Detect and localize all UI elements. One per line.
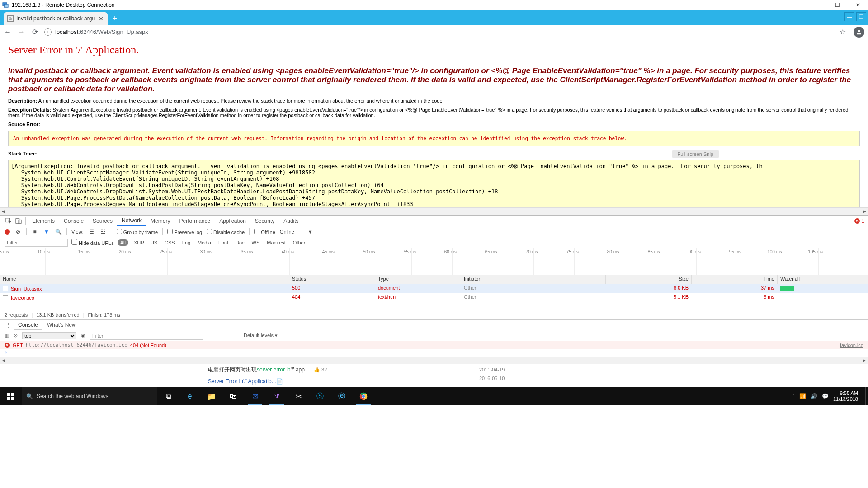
start-button[interactable]	[0, 387, 22, 405]
type-media[interactable]: Media	[196, 240, 213, 245]
type-doc[interactable]: Doc	[234, 240, 246, 245]
address-bar[interactable]: i localhost:62446/Web/Sign_Up.aspx	[44, 26, 832, 38]
live-expression-icon[interactable]: ◉	[81, 333, 85, 338]
rdc-minimize-button[interactable]: —	[807, 0, 827, 10]
clear-icon[interactable]: ⊘	[14, 228, 22, 235]
site-info-icon[interactable]: i	[44, 28, 52, 36]
tab-security[interactable]: Security	[250, 216, 279, 226]
network-row[interactable]: Sign_Up.aspx500documentOther8.0 KB37 ms	[0, 284, 868, 293]
preserve-log-checkbox[interactable]: Preserve log	[167, 229, 202, 235]
error-source-link[interactable]: favicon.ico	[840, 343, 863, 348]
tab-audits[interactable]: Audits	[279, 216, 303, 226]
disable-cache-checkbox[interactable]: Disable cache	[207, 229, 245, 235]
drawer-tab-console[interactable]: Console	[14, 319, 42, 330]
filter-input[interactable]	[5, 239, 68, 247]
record-button[interactable]	[5, 229, 10, 235]
ie-icon[interactable]: ⓔ	[331, 387, 353, 405]
taskbar-search[interactable]: 🔍 Search the web and Windows	[22, 387, 157, 405]
hide-data-urls-checkbox[interactable]: Hide data URLs	[71, 239, 114, 246]
profile-avatar-icon[interactable]	[854, 27, 864, 38]
devtools-error-badge[interactable]: ✕ 1	[854, 218, 864, 224]
console-levels-select[interactable]: Default levels ▾	[244, 333, 278, 338]
device-toolbar-icon[interactable]	[14, 216, 24, 226]
back-button[interactable]: ←	[4, 28, 12, 36]
tab-elements[interactable]: Elements	[28, 216, 59, 226]
snipping-tool-icon[interactable]: ✂	[288, 387, 309, 405]
drawer-tab-whatsnew[interactable]: What's New	[42, 319, 80, 330]
dropdown-icon[interactable]: ▼	[308, 229, 313, 235]
scroll-left-icon[interactable]: ◀	[0, 208, 7, 215]
throttling-select[interactable]: Online	[280, 229, 294, 235]
skype-icon[interactable]: Ⓢ	[309, 387, 331, 405]
rdc-close-button[interactable]: ✕	[848, 0, 868, 10]
minimize-button[interactable]: —	[844, 12, 854, 21]
show-desktop-button[interactable]	[865, 387, 868, 405]
devtools-scrollbar[interactable]: ◀ ▶	[0, 357, 868, 364]
network-row[interactable]: favicon.ico404text/htmlOther5.1 KB5 ms	[0, 293, 868, 302]
bookmark-star-icon[interactable]: ☆	[837, 27, 848, 38]
rdc-maximize-button[interactable]: ☐	[827, 0, 848, 10]
filter-icon[interactable]: ▼	[43, 228, 50, 235]
col-size[interactable]: Size	[606, 275, 692, 284]
search-icon[interactable]: 🔍	[55, 228, 62, 235]
type-manifest[interactable]: Manifest	[265, 240, 288, 245]
col-waterfall[interactable]: Waterfall	[778, 275, 868, 284]
type-xhr[interactable]: XHR	[132, 240, 146, 245]
volume-icon[interactable]: 🔊	[811, 393, 817, 399]
tab-network[interactable]: Network	[117, 216, 146, 226]
page-scrollbar[interactable]: ◀ ▶	[0, 207, 868, 215]
new-tab-button[interactable]: +	[109, 13, 120, 24]
type-css[interactable]: CSS	[163, 240, 177, 245]
close-tab-icon[interactable]: ✕	[98, 15, 104, 22]
scroll-left-icon[interactable]: ◀	[0, 357, 7, 364]
camera-icon[interactable]: ■	[31, 228, 38, 235]
inspect-element-icon[interactable]	[4, 216, 14, 226]
drawer-menu-icon[interactable]: ⋮	[4, 320, 14, 330]
network-icon[interactable]: 📶	[799, 393, 806, 399]
taskbar-clock[interactable]: 9:55 AM 11/13/2018	[833, 390, 861, 402]
col-status[interactable]: Status	[289, 275, 375, 284]
forward-button[interactable]: →	[17, 28, 25, 36]
tab-console[interactable]: Console	[59, 216, 88, 226]
network-timeline[interactable]: 5 ms10 ms15 ms20 ms25 ms30 ms35 ms40 ms4…	[0, 248, 868, 275]
visual-studio-icon[interactable]: ⧩	[266, 387, 288, 405]
waterfall-toggle-icon[interactable]: ☳	[100, 228, 107, 235]
scroll-right-icon[interactable]: ▶	[861, 208, 868, 215]
col-time[interactable]: Time	[692, 275, 778, 284]
type-font[interactable]: Font	[217, 240, 230, 245]
notifications-icon[interactable]: 💬	[822, 393, 829, 399]
store-icon[interactable]: 🛍	[222, 387, 244, 405]
reload-button[interactable]: ⟳	[31, 28, 39, 36]
scroll-right-icon[interactable]: ▶	[861, 357, 868, 364]
type-other[interactable]: Other	[291, 240, 307, 245]
offline-checkbox[interactable]: Offline	[254, 229, 275, 235]
console-prompt[interactable]: ›	[0, 349, 868, 357]
error-url[interactable]: http://localhost:62446/favicon.ico	[26, 342, 127, 348]
type-img[interactable]: Img	[180, 240, 192, 245]
result-row[interactable]: Server Error in '/' Applicatio...📄 2016-…	[0, 375, 868, 387]
browser-tab[interactable]: 🗎 Invalid postback or callback argu ✕	[4, 12, 108, 25]
type-js[interactable]: JS	[150, 240, 159, 245]
snip-tool-pill[interactable]: Full-screen Snip	[672, 150, 719, 158]
console-context-select[interactable]: top	[22, 332, 76, 339]
console-filter-input[interactable]	[90, 332, 203, 340]
tray-chevron-icon[interactable]: ˄	[792, 393, 795, 399]
col-type[interactable]: Type	[375, 275, 461, 284]
outlook-icon[interactable]: ✉	[244, 387, 266, 405]
type-all[interactable]: All	[118, 239, 128, 246]
large-rows-icon[interactable]: ☰	[88, 228, 95, 235]
console-clear-icon[interactable]: ⊘	[14, 333, 18, 338]
tab-performance[interactable]: Performance	[175, 216, 215, 226]
chrome-icon[interactable]	[353, 387, 374, 405]
task-view-icon[interactable]: ⧉	[157, 387, 179, 405]
system-tray[interactable]: ˄ 📶 🔊 💬 9:55 AM 11/13/2018	[788, 390, 865, 402]
tab-application[interactable]: Application	[215, 216, 250, 226]
col-initiator[interactable]: Initiator	[461, 275, 606, 284]
console-error-row[interactable]: ✕ GET http://localhost:62446/favicon.ico…	[0, 341, 868, 349]
col-name[interactable]: Name	[0, 275, 289, 284]
result-row[interactable]: 电脑打开网页时出现server error in'/' app... 👍 32 …	[0, 364, 868, 375]
group-by-frame-checkbox[interactable]: Group by frame	[117, 229, 158, 235]
edge-icon[interactable]: e	[179, 387, 201, 405]
type-ws[interactable]: WS	[250, 240, 262, 245]
console-sidebar-icon[interactable]: ▥	[5, 333, 9, 338]
